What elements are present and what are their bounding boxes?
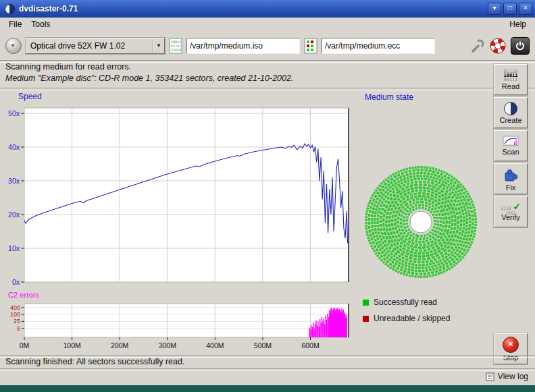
verify-button[interactable]: 1110 1001 ✓ Verify	[494, 196, 528, 227]
status-line-1: Scanning medium for read errors.	[5, 62, 131, 72]
svg-text:C2 errors: C2 errors	[8, 291, 39, 299]
scan-result-text: Scanning finished: All sectors successfu…	[5, 357, 184, 366]
svg-text:11010: 11010	[171, 48, 181, 52]
legend-swatch-unreadable	[363, 316, 369, 322]
stop-button[interactable]: × Stop	[494, 333, 528, 364]
read-button-label: Read	[502, 82, 519, 90]
speed-and-c2-charts: 50x40x30x20x10x0x0M100M200M300M400M500M6…	[0, 91, 359, 356]
svg-text:0M: 0M	[20, 341, 30, 349]
svg-text:200M: 200M	[111, 341, 128, 349]
medium-state-legend: Successfully read Unreadable / skipped	[363, 298, 450, 330]
fix-button[interactable]: Fix	[494, 163, 528, 194]
menu-help[interactable]: Help	[505, 18, 531, 30]
svg-text:6: 6	[17, 325, 20, 332]
menubar: File Tools Help	[0, 18, 535, 31]
svg-text:100: 100	[10, 311, 20, 318]
scan-button-label: Scan	[502, 148, 519, 156]
legend-item-success: Successfully read	[363, 298, 450, 307]
menu-file[interactable]: File	[4, 18, 26, 30]
svg-text:25: 25	[14, 318, 20, 325]
svg-text:50x: 50x	[8, 109, 20, 117]
medium-state-title: Medium state	[365, 92, 413, 102]
svg-text:40x: 40x	[8, 143, 20, 151]
close-button-icon[interactable]: ×	[519, 3, 532, 15]
view-log-button[interactable]: View log	[486, 372, 528, 381]
view-log-label: View log	[498, 372, 528, 381]
read-bits-icon: 01110 10011 00111	[503, 69, 517, 82]
create-button[interactable]: Create	[494, 97, 528, 128]
ecc-file-icon	[304, 38, 317, 54]
quit-power-button[interactable]	[511, 37, 530, 55]
legend-item-unreadable: Unreadable / skipped	[363, 314, 450, 323]
medium-state-disc	[363, 165, 478, 279]
toolbar: Optical drive 52X FW 1.02 ▼ 10011 01101 …	[0, 31, 535, 60]
svg-text:100M: 100M	[63, 341, 80, 349]
drive-eject-icon[interactable]	[5, 38, 22, 54]
iso-path-input[interactable]	[186, 38, 300, 54]
drive-selector-value: Optical drive 52X FW 1.02	[26, 41, 153, 51]
status-line-2: Medium "Example disc": CD-R mode 1, 3534…	[5, 74, 293, 83]
desktop-taskbar-strip	[0, 385, 535, 392]
svg-text:300M: 300M	[159, 341, 176, 349]
svg-text:400M: 400M	[206, 341, 224, 349]
fix-button-label: Fix	[506, 184, 516, 192]
scan-chart-icon	[503, 136, 519, 147]
svg-text:600M: 600M	[301, 341, 319, 349]
svg-text:20x: 20x	[8, 211, 20, 219]
ecc-path-input[interactable]	[322, 38, 435, 54]
preferences-wrench-icon[interactable]	[470, 38, 485, 53]
legend-label-success: Successfully read	[374, 298, 437, 307]
puzzle-piece-icon	[502, 167, 519, 183]
minimize-button-icon[interactable]: ▾	[488, 3, 501, 15]
create-button-label: Create	[499, 116, 521, 124]
chevron-down-icon: ▼	[153, 43, 164, 49]
app-icon	[5, 4, 15, 14]
verify-check-icon: 1110 1001 ✓	[501, 203, 521, 213]
menu-tools[interactable]: Tools	[26, 18, 55, 30]
svg-text:Speed: Speed	[18, 92, 42, 101]
svg-text:400: 400	[10, 304, 20, 311]
legend-swatch-success	[363, 300, 369, 306]
lifebuoy-logo-icon[interactable]	[489, 37, 507, 55]
svg-text:500M: 500M	[254, 341, 272, 349]
svg-text:10x: 10x	[8, 244, 20, 252]
stop-x-icon: ×	[503, 337, 519, 353]
window-title: dvdisaster-0.71	[19, 4, 488, 13]
status-separator	[0, 88, 535, 90]
drive-selector[interactable]: Optical drive 52X FW 1.02 ▼	[26, 38, 165, 54]
iso-image-icon: 10011 01101 11010	[169, 38, 182, 54]
log-document-icon	[486, 372, 494, 381]
svg-text:0x: 0x	[12, 278, 20, 286]
maximize-button-icon[interactable]: □	[503, 3, 517, 15]
yin-yang-icon	[504, 102, 517, 115]
titlebar: dvdisaster-0.71 ▾ □ ×	[0, 0, 535, 18]
power-icon	[514, 40, 526, 52]
svg-text:30x: 30x	[8, 177, 20, 185]
read-button[interactable]: 01110 10011 00111 Read	[494, 64, 528, 95]
scan-button[interactable]: Scan	[494, 130, 528, 161]
statusbar-separator	[0, 368, 535, 371]
legend-label-unreadable: Unreadable / skipped	[374, 314, 450, 323]
